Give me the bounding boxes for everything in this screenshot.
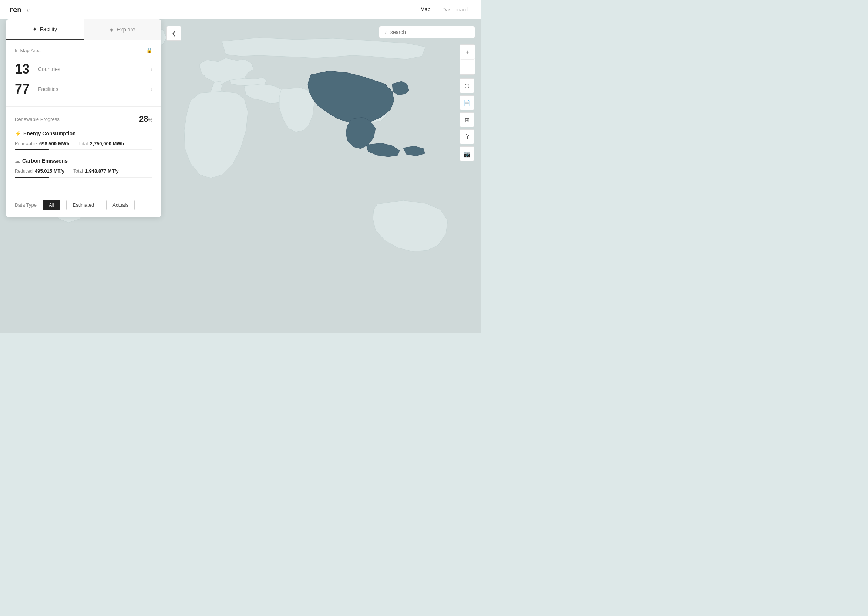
search-input[interactable] xyxy=(390,29,469,35)
report-button[interactable]: 📄 xyxy=(460,95,474,110)
facilities-label: Facilities xyxy=(38,86,151,92)
collapse-sidebar-button[interactable]: ❮ xyxy=(167,26,181,41)
nav-right: Map Dashboard xyxy=(416,5,472,14)
carbon-total-label: Total xyxy=(73,169,82,174)
map-area-header: In Map Area 🔒 xyxy=(15,47,153,53)
zoom-in-icon: + xyxy=(465,49,469,55)
map-search-bar: ⌕ xyxy=(379,26,475,38)
tab-facility[interactable]: ✦ Facility xyxy=(6,19,83,39)
map-area-section: In Map Area 🔒 13 Countries › 77 Faciliti… xyxy=(6,40,161,107)
camera-icon: 📷 xyxy=(463,151,471,157)
carbon-reduced-label: Reduced xyxy=(15,169,33,174)
zoom-controls: + − xyxy=(460,44,475,75)
app-logo: ren xyxy=(9,5,21,14)
energy-consumption-header: ⚡ Energy Consumption xyxy=(15,130,153,137)
facilities-stat-row[interactable]: 77 Facilities › xyxy=(15,79,153,99)
map-search-icon: ⌕ xyxy=(384,29,388,35)
top-navigation: ren ⌕ Map Dashboard xyxy=(0,0,481,19)
data-type-label: Data Type xyxy=(15,202,37,208)
energy-total-metric: Total 2,750,000 MWh xyxy=(79,141,124,146)
search-icon[interactable]: ⌕ xyxy=(27,6,31,13)
data-type-all-button[interactable]: All xyxy=(43,200,60,211)
countries-label: Countries xyxy=(38,66,151,72)
selection-tool-button[interactable]: ⬡ xyxy=(460,79,474,93)
energy-total-label: Total xyxy=(79,141,88,146)
nav-left: ren ⌕ xyxy=(9,5,31,14)
explore-tab-icon: ◈ xyxy=(110,27,113,33)
facility-tab-label: Facility xyxy=(40,26,57,32)
carbon-total-metric: Total 1,948,877 MT/y xyxy=(73,168,118,174)
energy-renewable-value: 698,500 MWh xyxy=(39,141,69,146)
explore-tab-label: Explore xyxy=(117,26,135,33)
sidebar-tab-group: ✦ Facility ◈ Explore xyxy=(6,19,161,40)
zoom-out-button[interactable]: − xyxy=(460,60,475,74)
carbon-progress-track xyxy=(15,177,153,178)
report-icon: 📄 xyxy=(463,99,471,107)
facility-tab-icon: ✦ xyxy=(33,26,37,32)
carbon-emissions-header: ☁ Carbon Emissions xyxy=(15,158,153,164)
carbon-progress-fill xyxy=(15,177,49,178)
map-controls: + − ⬡ 📄 ⊞ 🗑 📷 xyxy=(460,44,475,161)
energy-metrics-row: Renewable 698,500 MWh Total 2,750,000 MW… xyxy=(15,141,153,146)
carbon-emissions-title: Carbon Emissions xyxy=(22,158,68,164)
energy-consumption-title: Energy Consumption xyxy=(23,130,76,137)
selection-icon: ⬡ xyxy=(464,82,469,90)
facilities-chevron-icon: › xyxy=(151,86,153,92)
carbon-total-value: 1,948,877 MT/y xyxy=(85,168,119,174)
trash-icon: 🗑 xyxy=(464,134,470,140)
collapse-icon: ❮ xyxy=(172,30,176,36)
energy-renewable-metric: Renewable 698,500 MWh xyxy=(15,141,69,146)
lightning-icon: ⚡ xyxy=(15,130,21,137)
countries-count: 13 xyxy=(15,61,35,77)
data-type-actuals-button[interactable]: Actuals xyxy=(106,200,135,211)
renewable-progress-value: 28% xyxy=(139,114,153,124)
zoom-in-button[interactable]: + xyxy=(460,45,475,60)
carbon-reduced-value: 495,015 MT/y xyxy=(35,168,65,174)
carbon-reduced-metric: Reduced 495,015 MT/y xyxy=(15,168,65,174)
energy-total-value: 2,750,000 MWh xyxy=(90,141,124,146)
facilities-count: 77 xyxy=(15,81,35,97)
grid-icon: ⊞ xyxy=(465,116,469,124)
tab-dashboard[interactable]: Dashboard xyxy=(438,5,473,14)
countries-chevron-icon: › xyxy=(151,66,153,72)
grid-button[interactable]: ⊞ xyxy=(460,112,474,127)
countries-stat-row[interactable]: 13 Countries › xyxy=(15,59,153,79)
energy-progress-track xyxy=(15,149,153,151)
cloud-icon: ☁ xyxy=(15,158,20,164)
sidebar-panel: ✦ Facility ◈ Explore In Map Area 🔒 13 Co… xyxy=(6,19,161,217)
carbon-metrics-row: Reduced 495,015 MT/y Total 1,948,877 MT/… xyxy=(15,168,153,174)
delete-button[interactable]: 🗑 xyxy=(460,129,474,144)
data-type-estimated-button[interactable]: Estimated xyxy=(66,200,100,211)
energy-progress-fill xyxy=(15,149,49,151)
renewable-progress-label: Renewable Progress xyxy=(15,116,60,122)
tab-map[interactable]: Map xyxy=(416,5,435,14)
renewable-progress-row: Renewable Progress 28% xyxy=(15,114,153,124)
data-type-section: Data Type All Estimated Actuals xyxy=(6,193,161,217)
lock-icon: 🔒 xyxy=(146,47,153,53)
map-area-title: In Map Area xyxy=(15,48,41,53)
progress-section: Renewable Progress 28% ⚡ Energy Consumpt… xyxy=(6,107,161,193)
camera-button[interactable]: 📷 xyxy=(460,146,474,161)
zoom-out-icon: − xyxy=(465,64,469,70)
tab-explore[interactable]: ◈ Explore xyxy=(83,19,161,39)
energy-renewable-label: Renewable xyxy=(15,141,37,146)
